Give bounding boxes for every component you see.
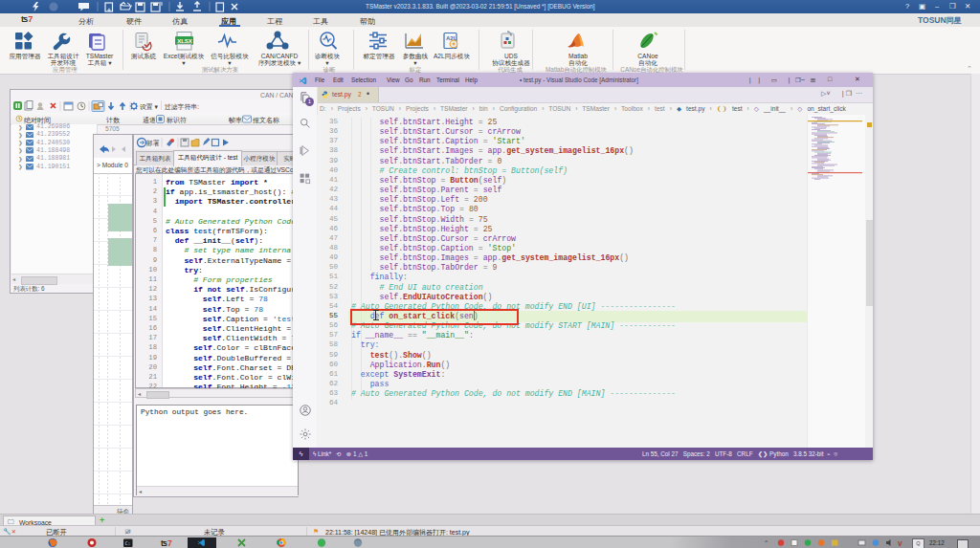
svg-text:C:: C:: [125, 540, 131, 546]
svg-text:XLSX: XLSX: [177, 38, 192, 44]
svg-text:V: V: [898, 540, 902, 547]
svg-text:ʦ7: ʦ7: [161, 538, 172, 548]
